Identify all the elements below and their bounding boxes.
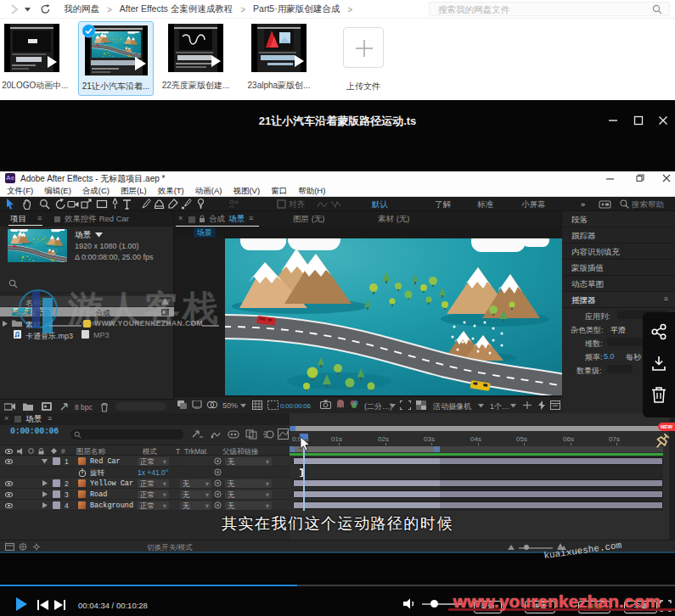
collapse-arrow-icon[interactable] <box>42 459 48 464</box>
layer-label-chip[interactable] <box>53 457 60 465</box>
history-dropdown-icon[interactable] <box>25 8 31 12</box>
thumbnail-label[interactable]: 20LOGO动画中... <box>2 80 68 92</box>
trkmat-select[interactable]: 无▾ <box>180 479 211 488</box>
parent-select[interactable]: 无▾ <box>225 457 272 466</box>
views-dropdown-icon[interactable] <box>510 404 516 408</box>
tab-effect-controls[interactable]: 效果控件 Red Car <box>65 214 129 225</box>
brush-tool-icon[interactable] <box>138 198 151 210</box>
expand-arrow-icon[interactable] <box>3 321 8 327</box>
project-comp-name[interactable]: 场景 <box>75 230 91 241</box>
comp-lock-icon[interactable] <box>199 215 205 223</box>
menu-window[interactable]: 窗口 <box>271 186 287 195</box>
roi-icon[interactable] <box>400 400 411 410</box>
zoom-out-mountain-icon[interactable] <box>508 545 515 550</box>
video-thumbnail-21-selected[interactable]: 21让小汽车沿着... <box>78 21 154 96</box>
project-flowchart-icon[interactable] <box>59 402 69 412</box>
layer-row-background[interactable]: 4 Background 正常▾ 无▾ 无▾ <box>0 500 290 511</box>
comp-timecode[interactable]: 0:00:00:06 <box>280 402 311 410</box>
project-bit-depth[interactable]: 8 bpc <box>75 403 93 412</box>
project-trash-icon[interactable] <box>100 402 109 412</box>
puppet-pin-tool-icon[interactable] <box>194 198 207 210</box>
always-preview-icon[interactable] <box>177 400 188 409</box>
expand-arrow-icon[interactable] <box>42 502 48 508</box>
new-comp-icon[interactable] <box>42 402 52 411</box>
wiggler-dims-value[interactable] <box>607 338 648 346</box>
interpret-footage-icon[interactable] <box>4 402 15 412</box>
resolution-select[interactable]: (二分…) <box>364 401 392 412</box>
volume-icon[interactable] <box>403 597 418 610</box>
ae-restore-icon[interactable] <box>636 174 644 182</box>
snap-label[interactable]: 对齐 <box>289 199 305 210</box>
ae-minimize-icon[interactable] <box>606 176 615 182</box>
camera-dropdown-icon[interactable] <box>478 404 484 408</box>
expand-arrow-icon[interactable] <box>42 480 48 486</box>
workspace-tab-learn[interactable]: 了解 <box>435 199 451 210</box>
breadcrumb-separator[interactable]: > <box>347 5 352 14</box>
time-navigator-handle[interactable] <box>290 426 295 431</box>
upload-button[interactable]: 上传文件 <box>343 27 384 68</box>
menu-effect[interactable]: 效果(T) <box>158 186 184 195</box>
refresh-icon[interactable] <box>40 3 51 15</box>
panel-content-aware-fill[interactable]: 内容识别填充 <box>563 244 675 260</box>
timeline-timecode[interactable]: 0:00:00:06 <box>10 427 59 436</box>
layer-name[interactable]: Yellow Car <box>90 479 133 488</box>
video-thumbnail-23[interactable]: 23alpha蒙版创... <box>251 24 307 72</box>
workspace-tab-standard[interactable]: 标准 <box>477 199 493 210</box>
layer-row-red-car[interactable]: 1 Red Car 正常▾ 无▾ <box>0 456 290 467</box>
pin-button[interactable] <box>650 431 672 453</box>
breadcrumb-my-drive[interactable]: 我的网盘 <box>64 3 99 15</box>
volume-knob[interactable] <box>430 600 438 608</box>
grid-guides-icon[interactable] <box>252 400 262 410</box>
search-icon[interactable] <box>652 4 662 14</box>
project-search-icon[interactable] <box>8 279 18 288</box>
ae-close-icon[interactable] <box>662 174 671 182</box>
project-row-scene[interactable]: 场景 合成 <box>0 307 174 316</box>
time-ruler[interactable]: 0:00s 01s 02s 03s 04s 05s 06s 07s <box>290 434 669 446</box>
timeline-tab-close-icon[interactable]: × <box>4 414 8 423</box>
workspace-overflow-icon[interactable]: » <box>581 199 585 209</box>
type-tool-icon[interactable] <box>121 198 133 210</box>
player-maximize-button[interactable] <box>633 115 644 126</box>
blend-mode-select[interactable]: 正常▾ <box>138 490 169 499</box>
breadcrumb-part5[interactable]: Part5·用蒙版创建合成 <box>253 3 340 15</box>
eraser-tool-icon[interactable] <box>166 198 179 210</box>
new-folder-icon[interactable] <box>23 402 33 411</box>
video-thumbnail-22[interactable]: 22亮度蒙版创建... <box>168 24 223 72</box>
expand-arrow-icon[interactable] <box>42 491 48 497</box>
transparency-grid-icon[interactable] <box>416 400 426 410</box>
timeline-zoom-knob[interactable] <box>524 545 529 550</box>
layer-name[interactable]: Red Car <box>90 457 121 466</box>
thumbnail-label[interactable]: 22亮度蒙版创建... <box>162 80 229 92</box>
player-minimize-button[interactable] <box>608 115 618 126</box>
layer-row-road[interactable]: 3 Road 正常▾ 无▾ 无▾ <box>0 489 290 500</box>
tab-footage[interactable]: 素材 (无) <box>378 214 409 225</box>
layer-label-chip[interactable] <box>53 479 60 487</box>
rotation-tool-icon[interactable] <box>54 198 67 210</box>
zoom-dropdown-icon[interactable] <box>240 404 246 408</box>
download-button[interactable] <box>650 355 667 372</box>
panel-tracker[interactable]: 跟踪器 <box>563 227 675 244</box>
thumbnail-label[interactable]: 21让小汽车沿着... <box>82 81 149 92</box>
settings-icon[interactable] <box>32 543 41 551</box>
project-comp-thumbnail[interactable] <box>8 229 67 262</box>
tab-composition-name[interactable]: 场景 <box>228 214 245 225</box>
pickwhip-icon[interactable] <box>214 468 222 476</box>
parent-select[interactable]: 无▾ <box>225 501 272 510</box>
graph-editor-icon[interactable] <box>278 428 289 440</box>
breadcrumb-course[interactable]: After Effects 全案例速成教程 <box>120 3 233 15</box>
rect-tool-icon[interactable] <box>96 198 109 210</box>
fast-preview-icon[interactable] <box>537 400 547 410</box>
menu-edit[interactable]: 编辑(E) <box>44 186 71 195</box>
panel-wiggler[interactable]: 摇摆器 <box>563 292 675 308</box>
share-button[interactable] <box>650 323 667 340</box>
pixel-aspect-icon[interactable] <box>522 400 532 410</box>
selection-tool-icon[interactable] <box>3 198 16 210</box>
rotation-property-row[interactable]: 旋转 1x +41.0° <box>0 467 290 478</box>
snapshot-icon[interactable] <box>320 400 331 409</box>
layer-name[interactable]: Background <box>90 501 133 510</box>
layer-name[interactable]: Road <box>90 490 107 499</box>
panel-mask-interpolation[interactable]: 蒙版插值 <box>563 260 675 276</box>
layer-label-chip[interactable] <box>53 490 60 498</box>
parent-select[interactable]: 无▾ <box>225 479 272 488</box>
active-camera-select[interactable]: 活动摄像机 <box>433 401 471 412</box>
